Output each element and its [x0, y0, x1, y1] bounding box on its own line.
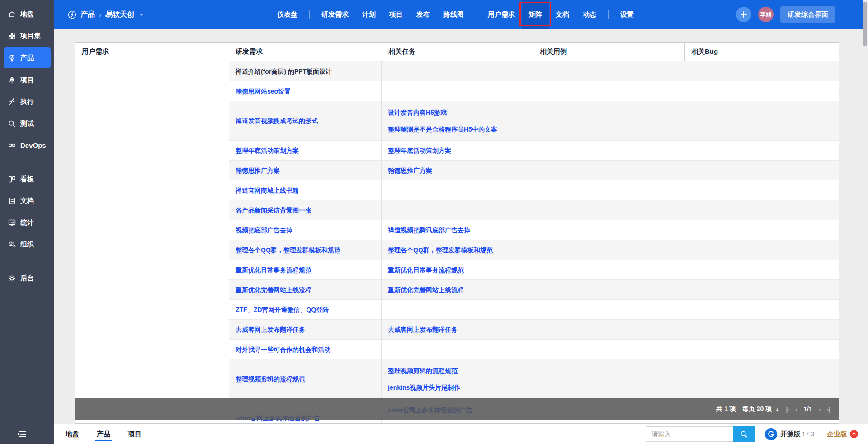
- sidebar-item-看板[interactable]: 看板: [0, 168, 54, 190]
- product-icon: [8, 54, 16, 62]
- first-page-button[interactable]: |‹: [786, 406, 789, 413]
- story-link[interactable]: 视频把底部广告去掉: [236, 226, 375, 235]
- story-cell: ZTF、ZD官网开通微信、QQ登陆: [229, 300, 382, 319]
- task-link[interactable]: 翰德恩推广方案: [388, 166, 526, 175]
- vertical-scrollbar-thumb[interactable]: [863, 2, 867, 46]
- tab-项目[interactable]: 项目: [119, 424, 150, 444]
- breadcrumb-product-switcher[interactable]: 易软天创: [105, 10, 134, 19]
- bottom-bar: 地盘产品项目 开源版 17.3 企业版: [0, 424, 868, 444]
- nav-item-项目[interactable]: 项目: [382, 0, 410, 29]
- devops-icon: [8, 141, 16, 150]
- bug-cell: [684, 220, 839, 240]
- create-button[interactable]: [736, 7, 751, 22]
- nav-item-研发需求[interactable]: 研发需求: [315, 0, 355, 29]
- case-cell: [533, 141, 684, 160]
- sidebar-item-执行[interactable]: 执行: [0, 91, 54, 113]
- nav-item-设置[interactable]: 设置: [613, 0, 641, 29]
- task-link[interactable]: 设计发音内容H5游戏: [388, 108, 526, 117]
- story-cell: 对外找寻一些可合作的机会和活动: [229, 340, 382, 359]
- breadcrumb-section[interactable]: 产品: [80, 10, 95, 19]
- matrix-table: 用户需求研发需求相关任务相关用例相关Bug 禅道介绍(for高层) 的PPT版面…: [75, 42, 839, 424]
- version-number: 17.3: [802, 430, 814, 438]
- story-link[interactable]: 翰德恩网站seo设置: [236, 87, 375, 96]
- sidebar-item-测试[interactable]: 测试: [0, 113, 54, 134]
- story-link[interactable]: 禅道官网商城上线书籍: [236, 186, 375, 195]
- caret-up-icon[interactable]: ▲: [775, 407, 779, 411]
- story-cell: 禅道介绍(for高层) 的PPT版面设计: [229, 61, 382, 81]
- task-link[interactable]: 禅道视频把腾讯底部广告去掉: [388, 226, 526, 235]
- task-link[interactable]: linux持续集成视频发布各平台: [388, 422, 526, 424]
- story-link[interactable]: 重新优化完善网站上线流程: [236, 285, 375, 294]
- nav-item-仪表盘[interactable]: 仪表盘: [270, 0, 304, 29]
- task-link[interactable]: 整理测测是不是合格程序员H5中的文案: [388, 125, 526, 134]
- sidebar-divider: [7, 261, 47, 261]
- task-link[interactable]: 重新优化完善网站上线流程: [388, 285, 526, 294]
- table-row: 对外找寻一些可合作的机会和活动: [229, 340, 839, 359]
- column-header-用户需求: 用户需求: [75, 43, 229, 61]
- nav-item-计划[interactable]: 计划: [355, 0, 382, 29]
- column-header-研发需求: 研发需求: [229, 43, 382, 61]
- last-page-button[interactable]: ›|: [827, 406, 830, 413]
- nav-item-发布[interactable]: 发布: [410, 0, 437, 29]
- nav-item-文档[interactable]: 文档: [549, 0, 576, 29]
- story-link[interactable]: 各产品新闻采访背景图一张: [236, 206, 375, 215]
- edition-name: 开源版: [780, 430, 801, 439]
- story-link[interactable]: 禅道发音视频换成考试的形式: [236, 116, 375, 125]
- upgrade-label[interactable]: 企业版: [827, 430, 847, 439]
- breadcrumb[interactable]: 产品 › 易软天创: [68, 10, 144, 19]
- task-cell: [382, 61, 533, 81]
- search-input[interactable]: [646, 426, 733, 442]
- story-link[interactable]: ZTF、ZD官网开通微信、QQ登陆: [236, 305, 375, 314]
- story-link[interactable]: 整理视频剪辑的流程规范: [236, 374, 375, 383]
- tab-产品[interactable]: 产品: [88, 424, 119, 444]
- table-row: 翰德恩推广方案翰德恩推广方案: [229, 161, 839, 180]
- nav-item-矩阵[interactable]: 矩阵: [522, 0, 549, 29]
- tab-地盘[interactable]: 地盘: [57, 424, 88, 444]
- story-link[interactable]: 翰德恩推广方案: [236, 166, 375, 175]
- table-row: 禅道介绍(for高层) 的PPT版面设计: [229, 61, 839, 81]
- sidebar-item-组织[interactable]: 组织: [0, 233, 54, 255]
- pagination-per-page[interactable]: 每页 20 项: [742, 405, 772, 413]
- sidebar-item-统计[interactable]: 统计: [0, 212, 54, 233]
- sidebar-item-地盘[interactable]: 地盘: [0, 3, 54, 25]
- sidebar-collapse-button[interactable]: [0, 424, 54, 444]
- story-cell: 禅道官网商城上线书籍: [229, 180, 382, 200]
- prev-page-button[interactable]: ‹: [795, 406, 797, 413]
- story-link[interactable]: 重新优化日常事务流程规范: [236, 265, 375, 274]
- story-link[interactable]: 整理年底活动策划方案: [236, 146, 375, 155]
- task-link[interactable]: 重新优化日常事务流程规范: [388, 265, 526, 274]
- bug-cell: [684, 81, 839, 101]
- story-link[interactable]: 去威客网上发布翻译任务: [236, 325, 375, 334]
- sidebar-item-文档[interactable]: 文档: [0, 190, 54, 212]
- task-link[interactable]: 去威客网上发布翻译任务: [388, 325, 526, 334]
- case-cell: [533, 180, 684, 200]
- task-link[interactable]: 整理年底活动策划方案: [388, 146, 526, 155]
- table-row: 视频把底部广告去掉禅道视频把腾讯底部广告去掉: [229, 220, 839, 240]
- sidebar-item-项目集[interactable]: 项目集: [0, 25, 54, 47]
- nav-item-用户需求[interactable]: 用户需求: [481, 0, 522, 29]
- sidebar-item-label: 后台: [20, 274, 34, 283]
- chevron-down-icon: [139, 14, 144, 16]
- zentao-brand[interactable]: 开源版 17.3: [765, 428, 814, 440]
- user-avatar[interactable]: 李娟: [758, 7, 774, 22]
- task-link[interactable]: 整理各个QQ群，整理发群模板和规范: [388, 246, 526, 255]
- bug-cell: [684, 320, 839, 339]
- sidebar-item-项目[interactable]: 项目: [0, 69, 54, 91]
- task-link[interactable]: 整理视频剪辑的流程规范: [388, 366, 526, 375]
- nav-item-路线图[interactable]: 路线图: [437, 0, 471, 29]
- workbench-button[interactable]: 研发综合界面: [780, 6, 835, 23]
- search-button[interactable]: [733, 426, 755, 442]
- horizontal-scrollbar-overlay[interactable]: 共 1 项 每页 20 项 ▲ |‹ ‹ 1/1 › ›|: [75, 398, 839, 420]
- table-row: 翰德恩网站seo设置: [229, 81, 839, 101]
- upgrade-link[interactable]: 企业版: [827, 430, 858, 439]
- story-link[interactable]: 整理各个QQ群，整理发群模板和规范: [236, 246, 375, 255]
- sidebar-item-DevOps[interactable]: DevOps: [0, 134, 54, 156]
- sidebar-item-产品[interactable]: 产品: [4, 47, 51, 68]
- zentao-logo-icon: [765, 428, 777, 440]
- magnifier-icon: [8, 119, 16, 128]
- nav-item-动态[interactable]: 动态: [576, 0, 603, 29]
- task-link[interactable]: jenkins视频片头片尾制作: [388, 383, 526, 392]
- next-page-button[interactable]: ›: [819, 406, 821, 413]
- sidebar-item-后台[interactable]: 后台: [0, 267, 54, 289]
- story-link[interactable]: 对外找寻一些可合作的机会和活动: [236, 345, 375, 354]
